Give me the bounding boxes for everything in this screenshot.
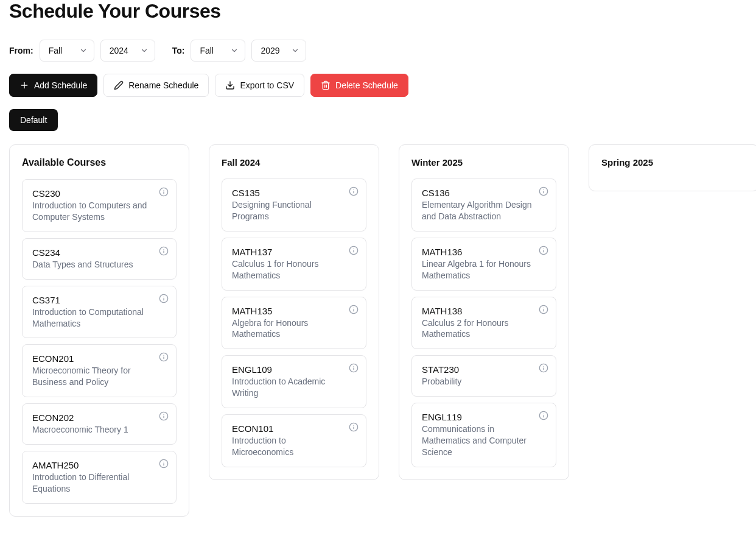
course-code: ECON201 (32, 353, 153, 364)
trash-icon (321, 80, 331, 90)
add-schedule-button[interactable]: Add Schedule (9, 74, 97, 97)
course-card[interactable]: ECON202Macroeconomic Theory 1 (22, 403, 177, 445)
course-card[interactable]: CS230Introduction to Computers and Compu… (22, 179, 177, 232)
to-term-select[interactable]: Fall (191, 40, 245, 62)
course-description: Designing Functional Programs (232, 199, 343, 222)
info-icon[interactable] (539, 246, 548, 255)
info-icon[interactable] (349, 422, 359, 432)
course-card[interactable]: CS135Designing Functional Programs (222, 179, 366, 232)
from-year-value: 2024 (110, 46, 128, 55)
course-card[interactable]: MATH138Calculus 2 for Honours Mathematic… (411, 297, 556, 350)
course-code: ECON101 (232, 423, 343, 434)
course-card[interactable]: STAT230Probability (411, 355, 556, 397)
course-description: Introduction to Computers and Computer S… (32, 200, 153, 223)
term-course-list: CS135Designing Functional ProgramsMATH13… (222, 179, 366, 467)
course-description: Introduction to Microeconomics (232, 435, 343, 458)
to-year-select[interactable]: 2029 (251, 40, 306, 62)
button-label: Add Schedule (34, 80, 87, 90)
delete-schedule-button[interactable]: Delete Schedule (310, 74, 408, 97)
button-label: Export to CSV (240, 80, 294, 90)
term-column: Fall 2024CS135Designing Functional Progr… (209, 144, 379, 480)
course-card[interactable]: MATH135Algebra for Honours Mathematics (222, 297, 366, 350)
course-card[interactable]: MATH136Linear Algebra 1 for Honours Math… (411, 238, 556, 291)
term-title: Winter 2025 (411, 157, 556, 168)
course-card[interactable]: ENGL109Introduction to Academic Writing (222, 355, 366, 408)
page-title: Schedule Your Courses (9, 0, 747, 23)
term-title: Spring 2025 (601, 157, 746, 168)
course-description: Linear Algebra 1 for Honours Mathematics (422, 258, 533, 281)
info-icon[interactable] (159, 294, 169, 303)
course-card[interactable]: CS136Elementary Algorithm Design and Dat… (411, 179, 556, 232)
info-icon[interactable] (159, 459, 169, 469)
course-card[interactable]: AMATH250Introduction to Differential Equ… (22, 451, 177, 504)
course-code: CS136 (422, 188, 533, 198)
course-card[interactable]: CS234Data Types and Structures (22, 238, 177, 280)
button-label: Rename Schedule (128, 80, 198, 90)
info-icon[interactable] (349, 363, 359, 373)
info-icon[interactable] (539, 305, 548, 314)
action-button-row: Add Schedule Rename Schedule Export to C… (9, 74, 747, 97)
course-code: ENGL109 (232, 364, 343, 375)
course-code: MATH135 (232, 306, 343, 316)
chevron-down-icon (291, 46, 299, 55)
from-year-select[interactable]: 2024 (100, 40, 155, 62)
available-courses-column: Available Courses CS230Introduction to C… (9, 144, 189, 517)
info-icon[interactable] (539, 186, 548, 196)
course-code: CS135 (232, 188, 343, 198)
from-term-select[interactable]: Fall (40, 40, 94, 62)
term-column: Spring 2025 (589, 144, 756, 191)
course-code: AMATH250 (32, 460, 153, 470)
course-description: Introduction to Differential Equations (32, 472, 153, 495)
course-description: Elementary Algorithm Design and Data Abs… (422, 199, 533, 222)
course-description: Microeconomic Theory for Business and Po… (32, 365, 153, 388)
chevron-down-icon (140, 46, 149, 55)
from-term-value: Fall (49, 46, 63, 55)
course-code: MATH136 (422, 247, 533, 257)
info-icon[interactable] (159, 411, 169, 421)
course-code: CS371 (32, 295, 153, 305)
chevron-down-icon (79, 46, 88, 55)
course-description: Macroeconomic Theory 1 (32, 424, 153, 436)
course-description: Data Types and Structures (32, 259, 153, 270)
rename-schedule-button[interactable]: Rename Schedule (103, 74, 209, 97)
plus-icon (19, 80, 29, 90)
schedule-board: Available Courses CS230Introduction to C… (9, 144, 747, 517)
course-description: Introduction to Computational Mathematic… (32, 306, 153, 330)
column-title: Available Courses (22, 157, 177, 168)
info-icon[interactable] (349, 305, 359, 314)
tab-default[interactable]: Default (9, 109, 58, 131)
info-icon[interactable] (539, 411, 548, 420)
term-course-list: CS136Elementary Algorithm Design and Dat… (411, 179, 556, 467)
chevron-down-icon (230, 46, 239, 55)
course-card[interactable]: MATH137Calculus 1 for Honours Mathematic… (222, 238, 366, 291)
course-code: MATH138 (422, 306, 533, 316)
export-csv-button[interactable]: Export to CSV (215, 74, 304, 97)
course-code: CS234 (32, 247, 153, 258)
course-code: STAT230 (422, 364, 533, 375)
course-description: Probability (422, 376, 533, 387)
info-icon[interactable] (349, 186, 359, 196)
pencil-icon (114, 80, 124, 90)
info-icon[interactable] (539, 363, 548, 373)
download-icon (225, 80, 235, 90)
course-code: MATH137 (232, 247, 343, 257)
course-description: Communications in Mathematics and Comput… (422, 423, 533, 458)
info-icon[interactable] (159, 352, 169, 362)
from-label: From: (9, 46, 33, 55)
course-code: ECON202 (32, 412, 153, 423)
to-year-value: 2029 (261, 46, 279, 55)
course-card[interactable]: ENGL119Communications in Mathematics and… (411, 403, 556, 467)
course-card[interactable]: ECON201Microeconomic Theory for Business… (22, 344, 177, 397)
to-label: To: (172, 46, 185, 55)
course-description: Introduction to Academic Writing (232, 376, 343, 399)
schedule-tabs: Default (9, 109, 747, 131)
info-icon[interactable] (159, 187, 169, 197)
info-icon[interactable] (349, 246, 359, 255)
button-label: Delete Schedule (335, 80, 398, 90)
course-card[interactable]: CS371Introduction to Computational Mathe… (22, 286, 177, 339)
term-column: Winter 2025CS136Elementary Algorithm Des… (399, 144, 569, 480)
term-title: Fall 2024 (222, 157, 366, 168)
course-description: Algebra for Honours Mathematics (232, 317, 343, 341)
info-icon[interactable] (159, 246, 169, 256)
course-card[interactable]: ECON101Introduction to Microeconomics (222, 414, 366, 467)
